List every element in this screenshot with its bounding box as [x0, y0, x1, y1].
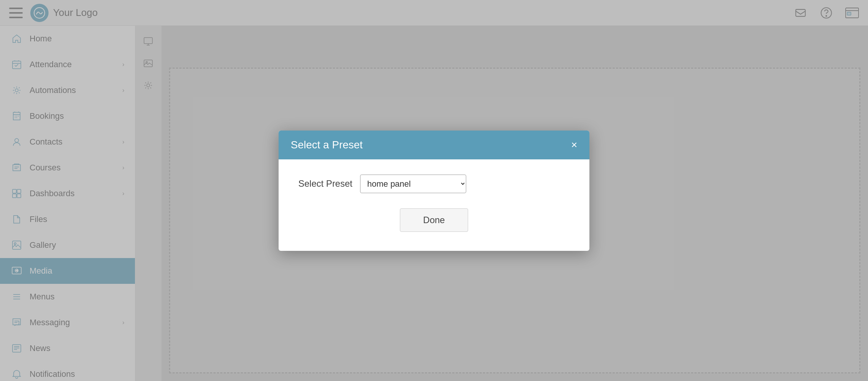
- select-preset-modal: Select a Preset × Select Preset home pan…: [279, 131, 589, 251]
- done-button[interactable]: Done: [400, 208, 468, 232]
- modal-body: Select Preset home panel gallery panel n…: [279, 159, 589, 251]
- modal-overlay[interactable]: Select a Preset × Select Preset home pan…: [0, 0, 868, 381]
- modal-close-button[interactable]: ×: [571, 140, 577, 150]
- select-preset-label: Select Preset: [298, 178, 353, 189]
- modal-header: Select a Preset ×: [279, 131, 589, 159]
- preset-select[interactable]: home panel gallery panel news panel medi…: [360, 175, 466, 193]
- preset-row: Select Preset home panel gallery panel n…: [291, 175, 577, 193]
- modal-title: Select a Preset: [291, 139, 363, 151]
